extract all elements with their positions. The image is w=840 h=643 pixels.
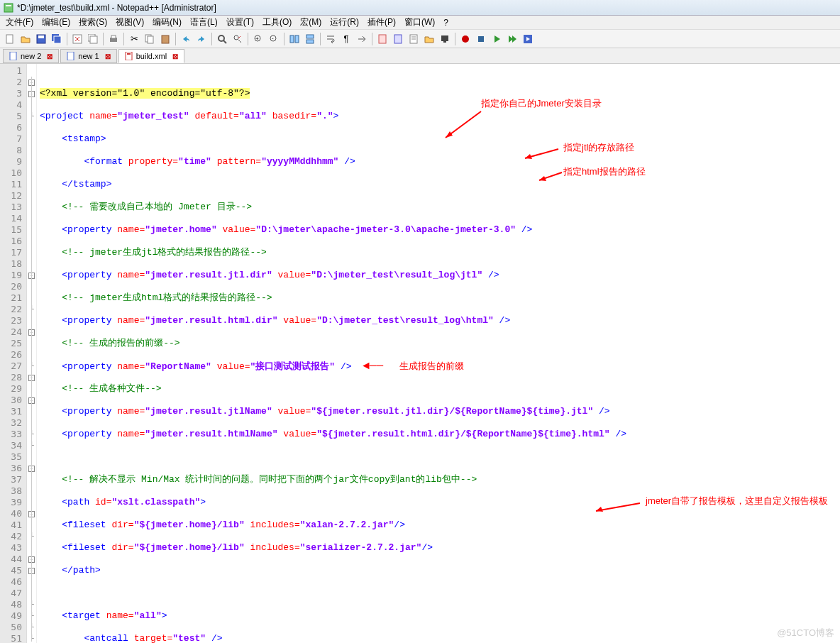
tabbar: new 2 ⊠ new 1 ⊠ build.xml ⊠	[0, 48, 840, 64]
svg-rect-25	[306, 40, 314, 43]
sync-icon[interactable]	[287, 32, 302, 46]
svg-rect-24	[306, 35, 314, 38]
save-macro-icon[interactable]	[521, 32, 535, 46]
menubar: 文件(F) 编辑(E) 搜索(S) 视图(V) 编码(N) 语言(L) 设置(T…	[0, 16, 840, 30]
close-all-icon[interactable]	[86, 32, 100, 46]
svg-rect-1	[6, 5, 11, 6]
play-multi-icon[interactable]	[505, 32, 519, 46]
paste-icon[interactable]	[158, 32, 172, 46]
svg-rect-13	[148, 36, 153, 43]
window-title: *D:\jmeter_test\build.xml - Notepad++ [A…	[17, 3, 216, 13]
menu-file[interactable]: 文件(F)	[1, 15, 38, 30]
svg-rect-6	[54, 36, 61, 43]
replace-icon[interactable]	[231, 32, 245, 46]
menu-settings[interactable]: 设置(T)	[222, 15, 258, 30]
tab-label: new 2	[21, 52, 41, 60]
svg-rect-23	[295, 35, 299, 43]
close-icon[interactable]	[70, 32, 84, 46]
annotation: 指定html报告的路径	[563, 166, 646, 177]
svg-rect-32	[443, 41, 446, 43]
svg-rect-34	[478, 36, 484, 42]
showall-icon[interactable]: ¶	[339, 32, 353, 46]
watermark: @51CTO博客	[777, 627, 834, 639]
save-icon[interactable]	[34, 32, 48, 46]
wordwrap-icon[interactable]	[324, 32, 338, 46]
separator	[103, 33, 104, 45]
menu-encoding[interactable]: 编码(N)	[148, 15, 186, 30]
find-icon[interactable]	[215, 32, 229, 46]
annotation: 生成报告的前缀	[399, 361, 464, 371]
zoom-in-icon[interactable]: +	[251, 32, 265, 46]
separator	[372, 33, 372, 45]
separator	[175, 33, 176, 45]
record-icon[interactable]	[458, 32, 472, 46]
svg-rect-36	[10, 52, 16, 60]
svg-rect-4	[38, 35, 44, 38]
file-icon	[9, 52, 18, 60]
undo-icon[interactable]	[179, 32, 193, 46]
editor[interactable]: 1234567891011121314151617181920212223242…	[0, 64, 840, 643]
close-icon[interactable]: ⊠	[47, 53, 52, 60]
tab-new2[interactable]: new 2 ⊠	[3, 49, 59, 63]
line-numbers: 1234567891011121314151617181920212223242…	[0, 64, 27, 643]
open-file-icon[interactable]	[18, 32, 33, 46]
titlebar: *D:\jmeter_test\build.xml - Notepad++ [A…	[0, 0, 840, 16]
svg-rect-22	[290, 35, 294, 43]
svg-point-17	[234, 35, 238, 40]
fold-gutter[interactable]: --└-└-└--└└--└--└└└└	[27, 64, 37, 643]
close-icon[interactable]: ⊠	[172, 53, 178, 60]
annotation: 指定你自己的Jmeter安装目录	[481, 98, 602, 109]
func-list-icon[interactable]	[407, 32, 421, 46]
separator	[455, 33, 455, 45]
menu-language[interactable]: 语言(L)	[186, 15, 222, 30]
svg-point-33	[462, 35, 469, 43]
separator	[67, 33, 67, 45]
separator	[123, 33, 124, 45]
svg-rect-0	[4, 4, 13, 12]
redo-icon[interactable]	[194, 32, 209, 46]
arrow-left-icon: ◄──	[363, 360, 383, 373]
separator	[211, 33, 212, 45]
svg-rect-31	[441, 35, 448, 41]
svg-rect-37	[67, 52, 74, 60]
new-file-icon[interactable]	[3, 32, 17, 46]
folder-icon[interactable]	[422, 32, 436, 46]
svg-rect-14	[162, 35, 169, 43]
menu-edit[interactable]: 编辑(E)	[38, 15, 74, 30]
svg-rect-26	[379, 35, 386, 43]
doc-list-icon[interactable]	[391, 32, 405, 46]
svg-line-16	[223, 40, 226, 43]
menu-help[interactable]: ?	[439, 16, 453, 29]
menu-run[interactable]: 运行(R)	[326, 15, 363, 30]
copy-icon[interactable]	[143, 32, 157, 46]
svg-rect-39	[127, 53, 131, 55]
xml-prolog: <?xml version="1.0" encoding="utf-8"?>	[40, 88, 250, 99]
svg-point-15	[219, 35, 224, 41]
tab-label: new 1	[78, 52, 99, 60]
play-icon[interactable]	[490, 32, 504, 46]
separator	[248, 33, 248, 45]
tab-buildxml[interactable]: build.xml ⊠	[118, 49, 184, 63]
menu-tools[interactable]: 工具(O)	[258, 15, 296, 30]
indent-icon[interactable]	[355, 32, 369, 46]
sync-h-icon[interactable]	[303, 32, 317, 46]
save-all-icon[interactable]	[50, 32, 64, 46]
menu-macro[interactable]: 宏(M)	[296, 15, 326, 30]
doc-map-icon[interactable]	[375, 32, 389, 46]
toolbar: ✂ + - ¶	[0, 30, 840, 48]
menu-window[interactable]: 窗口(W)	[400, 15, 439, 30]
close-icon[interactable]: ⊠	[105, 53, 111, 60]
tab-new1[interactable]: new 1 ⊠	[60, 49, 116, 63]
stop-icon[interactable]	[474, 32, 488, 46]
svg-text:+: +	[255, 35, 259, 42]
menu-view[interactable]: 视图(V)	[111, 15, 148, 30]
print-icon[interactable]	[106, 32, 121, 46]
cut-icon[interactable]: ✂	[127, 32, 141, 46]
code-area[interactable]: <?xml version="1.0" encoding="utf-8"?> <…	[37, 64, 840, 643]
monitor-icon[interactable]	[438, 32, 452, 46]
svg-rect-2	[6, 35, 13, 43]
menu-plugins[interactable]: 插件(P)	[363, 15, 400, 30]
separator	[284, 33, 284, 45]
zoom-out-icon[interactable]: -	[267, 32, 281, 46]
menu-search[interactable]: 搜索(S)	[74, 15, 111, 30]
